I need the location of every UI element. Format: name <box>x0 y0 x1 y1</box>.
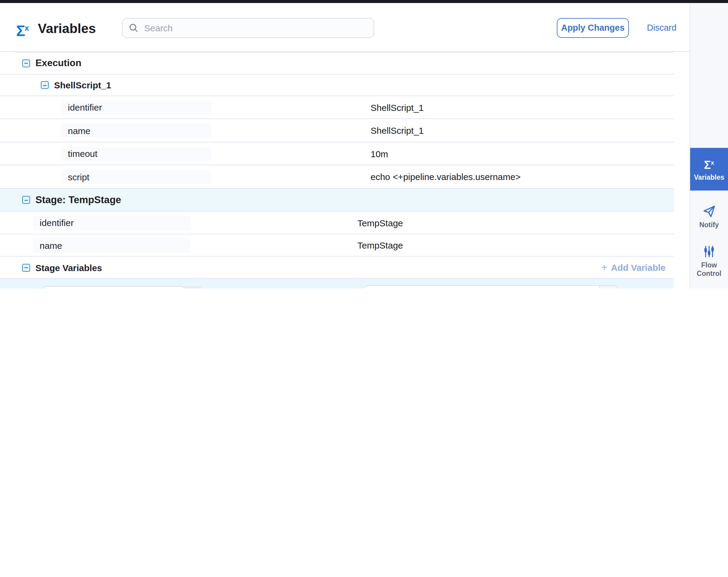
rail-tab-label: Flow Control <box>690 261 728 278</box>
field-label-pill: identifier <box>33 216 190 230</box>
field-label-pill: name <box>33 238 190 252</box>
expression-toggle[interactable]: Σx <box>599 286 616 288</box>
add-variable-button[interactable]: + Add Variable <box>601 262 666 273</box>
notify-paper-plane-icon <box>702 204 716 218</box>
field-row: name ShellScript_1 <box>0 119 674 143</box>
field-value: echo <+pipeline.variables.username> <box>371 172 521 182</box>
variable-value-input[interactable] <box>365 286 599 288</box>
plus-icon: + <box>601 263 607 272</box>
variables-table: − Execution − ShellScript_1 identifier S… <box>0 0 674 288</box>
field-label-pill: script <box>61 170 211 184</box>
collapse-icon[interactable]: − <box>41 81 49 89</box>
field-value: TempStage <box>357 240 403 250</box>
copy-button[interactable] <box>183 286 202 288</box>
field-value: ShellScript_1 <box>371 102 424 112</box>
collapse-icon[interactable]: − <box>22 59 30 67</box>
section-stage-tempstage: − Stage: TempStage <box>0 189 674 211</box>
add-variable-label: Add Variable <box>611 262 666 273</box>
field-row: identifier ShellScript_1 <box>0 96 674 119</box>
rail-tab-notify[interactable]: Notify <box>690 200 728 233</box>
edit-pencil-icon[interactable] <box>643 288 653 288</box>
variable-name-input[interactable] <box>44 286 183 288</box>
field-row: timeout 10m <box>0 143 674 165</box>
field-value: 10m <box>371 148 388 159</box>
collapse-icon[interactable]: − <box>22 196 30 204</box>
field-value: TempStage <box>357 218 403 228</box>
variables-panel: Σx Variables Apply Changes Discard − Exe… <box>0 0 728 288</box>
section-label: ShellScript_1 <box>54 80 111 90</box>
section-label: Execution <box>35 58 81 69</box>
field-label-pill: timeout <box>61 146 211 161</box>
field-row: name TempStage <box>0 234 674 257</box>
field-row: script echo <+pipeline.variables.usernam… <box>0 165 674 189</box>
right-rail: Σx Variables Notify Flow Control Policy … <box>690 3 728 288</box>
field-label-pill: name <box>61 123 211 137</box>
section-execution: − Execution <box>0 52 674 75</box>
rail-tab-label: Variables <box>693 173 725 181</box>
section-stage-variables: − Stage Variables + Add Variable <box>0 257 674 279</box>
section-label: Stage Variables <box>35 262 102 273</box>
delete-trash-icon[interactable] <box>660 288 670 288</box>
variable-value-field: Σx <box>364 285 617 288</box>
section-label: Stage: TempStage <box>35 194 121 205</box>
section-shellscript-1: − ShellScript_1 <box>0 75 674 96</box>
rail-tab-label: Notify <box>698 221 720 229</box>
field-label-pill: identifier <box>61 100 211 115</box>
variable-row-demo: - Σx ⚙ <box>0 279 674 288</box>
variables-sigma-icon: Σx <box>704 156 714 170</box>
field-row: identifier TempStage <box>0 211 674 234</box>
rail-tab-variables[interactable]: Σx Variables <box>690 148 728 191</box>
rail-tab-flow-control[interactable]: Flow Control <box>690 243 728 279</box>
collapse-icon[interactable]: − <box>22 264 30 271</box>
field-value: ShellScript_1 <box>371 125 424 135</box>
flow-control-sliders-icon <box>702 245 716 258</box>
